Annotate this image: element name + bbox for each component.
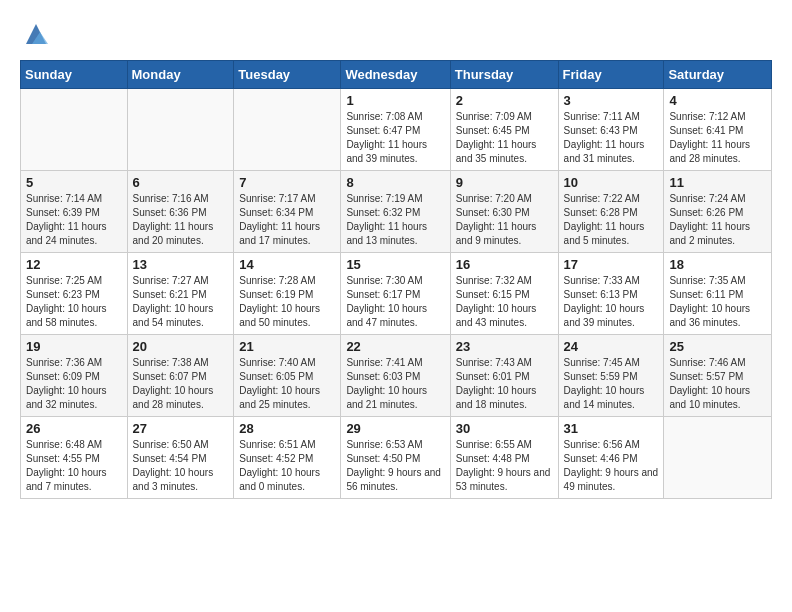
day-detail: Sunrise: 7:35 AM Sunset: 6:11 PM Dayligh… <box>669 274 766 330</box>
calendar-cell: 10Sunrise: 7:22 AM Sunset: 6:28 PM Dayli… <box>558 171 664 253</box>
calendar-cell <box>127 89 234 171</box>
calendar-cell: 23Sunrise: 7:43 AM Sunset: 6:01 PM Dayli… <box>450 335 558 417</box>
day-detail: Sunrise: 7:17 AM Sunset: 6:34 PM Dayligh… <box>239 192 335 248</box>
day-detail: Sunrise: 7:12 AM Sunset: 6:41 PM Dayligh… <box>669 110 766 166</box>
calendar-cell: 1Sunrise: 7:08 AM Sunset: 6:47 PM Daylig… <box>341 89 450 171</box>
calendar-cell: 20Sunrise: 7:38 AM Sunset: 6:07 PM Dayli… <box>127 335 234 417</box>
day-number: 11 <box>669 175 766 190</box>
calendar-cell: 7Sunrise: 7:17 AM Sunset: 6:34 PM Daylig… <box>234 171 341 253</box>
day-number: 17 <box>564 257 659 272</box>
calendar-week-row: 12Sunrise: 7:25 AM Sunset: 6:23 PM Dayli… <box>21 253 772 335</box>
calendar-cell: 13Sunrise: 7:27 AM Sunset: 6:21 PM Dayli… <box>127 253 234 335</box>
day-number: 26 <box>26 421 122 436</box>
day-detail: Sunrise: 7:14 AM Sunset: 6:39 PM Dayligh… <box>26 192 122 248</box>
day-detail: Sunrise: 7:45 AM Sunset: 5:59 PM Dayligh… <box>564 356 659 412</box>
calendar-cell: 16Sunrise: 7:32 AM Sunset: 6:15 PM Dayli… <box>450 253 558 335</box>
day-detail: Sunrise: 6:51 AM Sunset: 4:52 PM Dayligh… <box>239 438 335 494</box>
day-detail: Sunrise: 7:38 AM Sunset: 6:07 PM Dayligh… <box>133 356 229 412</box>
weekday-header-saturday: Saturday <box>664 61 772 89</box>
day-detail: Sunrise: 6:48 AM Sunset: 4:55 PM Dayligh… <box>26 438 122 494</box>
day-detail: Sunrise: 6:50 AM Sunset: 4:54 PM Dayligh… <box>133 438 229 494</box>
day-number: 15 <box>346 257 444 272</box>
day-detail: Sunrise: 6:56 AM Sunset: 4:46 PM Dayligh… <box>564 438 659 494</box>
weekday-header-friday: Friday <box>558 61 664 89</box>
calendar-week-row: 26Sunrise: 6:48 AM Sunset: 4:55 PM Dayli… <box>21 417 772 499</box>
day-number: 10 <box>564 175 659 190</box>
day-number: 1 <box>346 93 444 108</box>
logo-icon <box>22 20 50 48</box>
day-number: 19 <box>26 339 122 354</box>
day-detail: Sunrise: 7:19 AM Sunset: 6:32 PM Dayligh… <box>346 192 444 248</box>
calendar-week-row: 5Sunrise: 7:14 AM Sunset: 6:39 PM Daylig… <box>21 171 772 253</box>
day-number: 6 <box>133 175 229 190</box>
calendar-cell: 29Sunrise: 6:53 AM Sunset: 4:50 PM Dayli… <box>341 417 450 499</box>
day-number: 7 <box>239 175 335 190</box>
calendar-cell: 15Sunrise: 7:30 AM Sunset: 6:17 PM Dayli… <box>341 253 450 335</box>
calendar-cell: 28Sunrise: 6:51 AM Sunset: 4:52 PM Dayli… <box>234 417 341 499</box>
calendar-cell <box>21 89 128 171</box>
day-detail: Sunrise: 7:11 AM Sunset: 6:43 PM Dayligh… <box>564 110 659 166</box>
day-number: 13 <box>133 257 229 272</box>
day-number: 18 <box>669 257 766 272</box>
day-detail: Sunrise: 6:55 AM Sunset: 4:48 PM Dayligh… <box>456 438 553 494</box>
calendar-cell: 24Sunrise: 7:45 AM Sunset: 5:59 PM Dayli… <box>558 335 664 417</box>
calendar-cell: 9Sunrise: 7:20 AM Sunset: 6:30 PM Daylig… <box>450 171 558 253</box>
calendar-cell: 8Sunrise: 7:19 AM Sunset: 6:32 PM Daylig… <box>341 171 450 253</box>
day-detail: Sunrise: 7:22 AM Sunset: 6:28 PM Dayligh… <box>564 192 659 248</box>
calendar-cell: 25Sunrise: 7:46 AM Sunset: 5:57 PM Dayli… <box>664 335 772 417</box>
day-number: 27 <box>133 421 229 436</box>
calendar-cell: 2Sunrise: 7:09 AM Sunset: 6:45 PM Daylig… <box>450 89 558 171</box>
day-number: 30 <box>456 421 553 436</box>
day-number: 21 <box>239 339 335 354</box>
calendar-cell: 17Sunrise: 7:33 AM Sunset: 6:13 PM Dayli… <box>558 253 664 335</box>
day-detail: Sunrise: 7:24 AM Sunset: 6:26 PM Dayligh… <box>669 192 766 248</box>
day-detail: Sunrise: 7:41 AM Sunset: 6:03 PM Dayligh… <box>346 356 444 412</box>
calendar-cell: 11Sunrise: 7:24 AM Sunset: 6:26 PM Dayli… <box>664 171 772 253</box>
calendar-cell: 3Sunrise: 7:11 AM Sunset: 6:43 PM Daylig… <box>558 89 664 171</box>
calendar-cell: 21Sunrise: 7:40 AM Sunset: 6:05 PM Dayli… <box>234 335 341 417</box>
calendar-cell: 31Sunrise: 6:56 AM Sunset: 4:46 PM Dayli… <box>558 417 664 499</box>
calendar-table: SundayMondayTuesdayWednesdayThursdayFrid… <box>20 60 772 499</box>
calendar-week-row: 19Sunrise: 7:36 AM Sunset: 6:09 PM Dayli… <box>21 335 772 417</box>
day-detail: Sunrise: 7:36 AM Sunset: 6:09 PM Dayligh… <box>26 356 122 412</box>
day-detail: Sunrise: 6:53 AM Sunset: 4:50 PM Dayligh… <box>346 438 444 494</box>
weekday-header-tuesday: Tuesday <box>234 61 341 89</box>
day-number: 2 <box>456 93 553 108</box>
weekday-header-sunday: Sunday <box>21 61 128 89</box>
day-detail: Sunrise: 7:32 AM Sunset: 6:15 PM Dayligh… <box>456 274 553 330</box>
day-detail: Sunrise: 7:46 AM Sunset: 5:57 PM Dayligh… <box>669 356 766 412</box>
day-number: 4 <box>669 93 766 108</box>
calendar-cell: 6Sunrise: 7:16 AM Sunset: 6:36 PM Daylig… <box>127 171 234 253</box>
day-detail: Sunrise: 7:09 AM Sunset: 6:45 PM Dayligh… <box>456 110 553 166</box>
day-number: 24 <box>564 339 659 354</box>
day-number: 22 <box>346 339 444 354</box>
day-number: 12 <box>26 257 122 272</box>
day-detail: Sunrise: 7:25 AM Sunset: 6:23 PM Dayligh… <box>26 274 122 330</box>
day-number: 3 <box>564 93 659 108</box>
weekday-header-thursday: Thursday <box>450 61 558 89</box>
day-number: 20 <box>133 339 229 354</box>
logo <box>20 20 50 44</box>
calendar-cell: 19Sunrise: 7:36 AM Sunset: 6:09 PM Dayli… <box>21 335 128 417</box>
calendar-cell: 5Sunrise: 7:14 AM Sunset: 6:39 PM Daylig… <box>21 171 128 253</box>
day-detail: Sunrise: 7:33 AM Sunset: 6:13 PM Dayligh… <box>564 274 659 330</box>
day-number: 16 <box>456 257 553 272</box>
day-number: 9 <box>456 175 553 190</box>
weekday-header-wednesday: Wednesday <box>341 61 450 89</box>
calendar-cell <box>234 89 341 171</box>
day-detail: Sunrise: 7:40 AM Sunset: 6:05 PM Dayligh… <box>239 356 335 412</box>
day-number: 5 <box>26 175 122 190</box>
day-number: 31 <box>564 421 659 436</box>
calendar-cell: 26Sunrise: 6:48 AM Sunset: 4:55 PM Dayli… <box>21 417 128 499</box>
calendar-cell: 18Sunrise: 7:35 AM Sunset: 6:11 PM Dayli… <box>664 253 772 335</box>
calendar-cell: 14Sunrise: 7:28 AM Sunset: 6:19 PM Dayli… <box>234 253 341 335</box>
day-number: 28 <box>239 421 335 436</box>
page: SundayMondayTuesdayWednesdayThursdayFrid… <box>0 0 792 519</box>
calendar-cell: 30Sunrise: 6:55 AM Sunset: 4:48 PM Dayli… <box>450 417 558 499</box>
calendar-cell: 22Sunrise: 7:41 AM Sunset: 6:03 PM Dayli… <box>341 335 450 417</box>
day-detail: Sunrise: 7:27 AM Sunset: 6:21 PM Dayligh… <box>133 274 229 330</box>
weekday-header-row: SundayMondayTuesdayWednesdayThursdayFrid… <box>21 61 772 89</box>
calendar-cell: 12Sunrise: 7:25 AM Sunset: 6:23 PM Dayli… <box>21 253 128 335</box>
header <box>20 20 772 44</box>
day-detail: Sunrise: 7:43 AM Sunset: 6:01 PM Dayligh… <box>456 356 553 412</box>
